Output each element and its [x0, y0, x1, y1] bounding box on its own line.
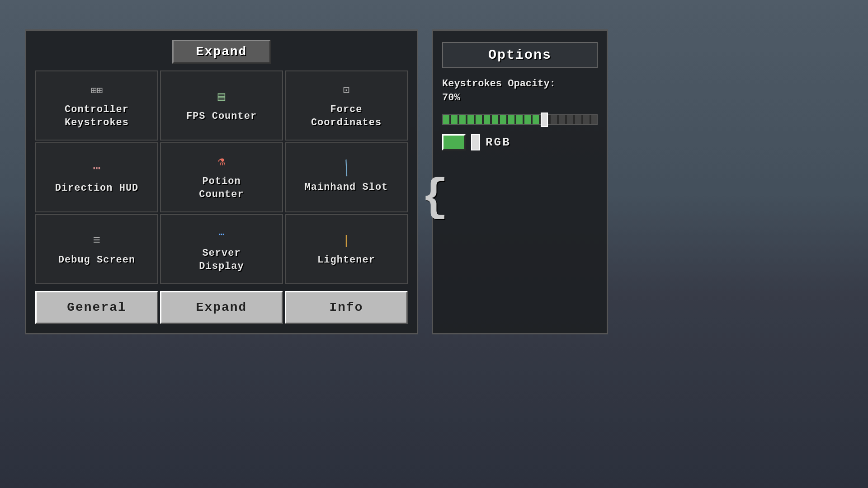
- grid-item-label: ForceCoordinates: [311, 103, 382, 129]
- bottom-buttons: General Expand Info: [35, 291, 408, 324]
- opacity-label: Keystrokes Opacity:70%: [442, 77, 598, 105]
- force-icon: [343, 81, 349, 98]
- grid-item-debug-screen[interactable]: Debug Screen: [35, 214, 158, 284]
- server-icon: [219, 225, 224, 242]
- grid-item-mainhand-slot[interactable]: Mainhand Slot: [285, 142, 408, 212]
- slider-handle[interactable]: [541, 113, 548, 127]
- options-title: Options: [442, 42, 598, 68]
- info-button[interactable]: Info: [285, 291, 408, 324]
- potion-icon: [218, 153, 226, 170]
- grid-item-direction-hud[interactable]: Direction HUD: [35, 142, 158, 212]
- rgb-toggle-green[interactable]: [442, 134, 466, 150]
- slider-fill: [443, 115, 547, 124]
- grid-item-fps-counter[interactable]: FPS Counter: [160, 70, 283, 141]
- rgb-toggle-white[interactable]: [471, 134, 480, 150]
- rgb-label: RGB: [486, 136, 511, 149]
- debug-icon: [93, 232, 101, 249]
- fps-icon: [218, 88, 226, 105]
- grid-item-lightener[interactable]: Lightener: [285, 214, 408, 284]
- rgb-row: RGB: [442, 134, 598, 150]
- items-grid: ControllerKeystrokes FPS Counter ForceCo…: [35, 70, 408, 284]
- lightener-icon: [343, 232, 350, 249]
- grid-item-label: Direction HUD: [55, 182, 139, 195]
- direction-icon: [93, 160, 101, 177]
- left-panel: Expand ControllerKeystrokes FPS Counter …: [25, 29, 418, 334]
- grid-item-server-display[interactable]: ServerDisplay: [160, 214, 283, 284]
- controller-icon: [91, 81, 103, 98]
- main-container: Expand ControllerKeystrokes FPS Counter …: [25, 29, 608, 334]
- grid-item-label: Lightener: [317, 254, 375, 267]
- grid-item-label: Debug Screen: [58, 254, 135, 267]
- slider-right-fill: [551, 115, 597, 124]
- expand-button[interactable]: Expand: [160, 291, 283, 324]
- grid-item-label: PotionCounter: [199, 175, 244, 201]
- grid-item-label: FPS Counter: [186, 110, 257, 123]
- grid-item-label: Mainhand Slot: [305, 181, 388, 194]
- opacity-slider[interactable]: [442, 114, 598, 125]
- grid-item-label: ControllerKeystrokes: [65, 103, 129, 129]
- grid-item-controller-keystrokes[interactable]: ControllerKeystrokes: [35, 70, 158, 141]
- grid-item-force-coordinates[interactable]: ForceCoordinates: [285, 70, 408, 141]
- mainhand-icon: [343, 160, 350, 176]
- grid-item-label: ServerDisplay: [199, 247, 244, 273]
- bracket-decoration: {: [421, 175, 448, 221]
- general-button[interactable]: General: [35, 291, 158, 324]
- expand-top-button[interactable]: Expand: [172, 40, 271, 64]
- options-panel: Options Keystrokes Opacity:70% RGB: [432, 29, 608, 334]
- slider-track: [442, 114, 598, 125]
- grid-item-potion-counter[interactable]: PotionCounter: [160, 142, 283, 212]
